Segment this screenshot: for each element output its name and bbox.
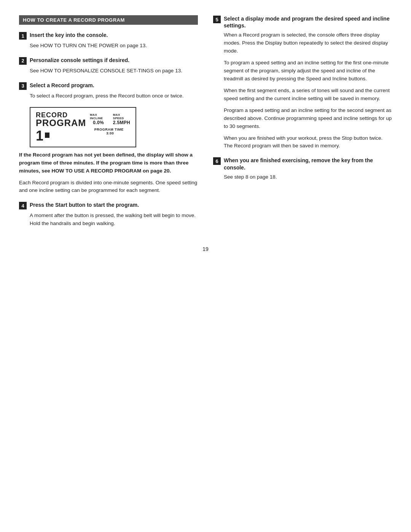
step-3-block: 3 Select a Record program. To select a R… (19, 82, 198, 100)
step-5-para-5: When you are finished with your workout,… (224, 134, 392, 150)
step-2-body: See HOW TO PERSONALIZE CONSOLE SET-TINGS… (30, 67, 198, 75)
step-3-number: 3 (19, 82, 27, 90)
step-5-body: When a Record program is selected, the c… (224, 31, 392, 150)
record-display-box: RECORD PROGRAM 1 MAX INCLINE 0.0% (30, 107, 136, 147)
step-6-block: 6 When you are finished exercising, remo… (213, 157, 392, 181)
step-2-para-1: See HOW TO PERSONALIZE CONSOLE SET-TINGS… (30, 67, 198, 75)
step-6-heading: 6 When you are finished exercising, remo… (213, 157, 392, 171)
program-time-label: PROGRAM TIME (94, 128, 124, 131)
step-5-heading: 5 Select a display mode and program the … (213, 15, 392, 29)
program-time-value: 3:00 (106, 131, 114, 135)
step-3-body: To select a Record program, press the Re… (30, 92, 198, 100)
step-2-block: 2 Personalize console settings if desire… (19, 57, 198, 75)
program-word: PROGRAM (36, 118, 86, 128)
segments-paragraph: Each Record program is divided into one-… (19, 179, 198, 195)
step-2-number: 2 (19, 57, 27, 65)
step-5-para-4: Program a speed setting and an incline s… (224, 107, 392, 131)
step-6-para-1: See step 8 on page 18. (224, 173, 392, 181)
max-speed-value: 2.5MPH (113, 120, 130, 125)
step-1-heading: 1 Insert the key into the console. (19, 32, 198, 40)
step-6-number: 6 (213, 157, 221, 165)
step-5-block: 5 Select a display mode and program the … (213, 15, 392, 150)
max-incline-col: MAX INCLINE 0.0% (90, 113, 107, 125)
program-time-row: PROGRAM TIME 3:00 (90, 128, 130, 135)
step-3-para-1: To select a Record program, press the Re… (30, 92, 198, 100)
record-left-block: RECORD PROGRAM 1 (36, 112, 86, 143)
step-1-body: See HOW TO TURN ON THE POWER on page 13. (30, 42, 198, 50)
step-1-title: Insert the key into the console. (30, 32, 108, 38)
record-stats-row: MAX INCLINE 0.0% MAX SPEED 2.5MPH (90, 113, 130, 125)
step-5-para-3: When the first segment ends, a series of… (224, 87, 392, 103)
step-6-body: See step 8 on page 18. (224, 173, 392, 181)
max-incline-label: MAX INCLINE (90, 113, 107, 120)
step-4-block: 4 Press the Start button to start the pr… (19, 201, 198, 228)
step-4-title: Press the Start button to start the prog… (30, 201, 139, 208)
step-2-heading: 2 Personalize console settings if desire… (19, 57, 198, 65)
step-1-para-1: See HOW TO TURN ON THE POWER on page 13. (30, 42, 198, 50)
step-1-block: 1 Insert the key into the console. See H… (19, 32, 198, 50)
step-4-para-1: A moment after the button is pressed, th… (30, 212, 198, 228)
step-3-title: Select a Record program. (30, 82, 94, 89)
section-header: HOW TO CREATE A RECORD PROGRAM (19, 15, 198, 25)
step-1-number: 1 (19, 32, 27, 40)
step-4-heading: 4 Press the Start button to start the pr… (19, 201, 198, 209)
page-layout: HOW TO CREATE A RECORD PROGRAM 1 Insert … (19, 15, 392, 235)
step-6-title: When you are finished exercising, remove… (224, 157, 392, 171)
step-5-number: 5 (213, 16, 221, 23)
max-incline-value: 0.0% (93, 120, 104, 125)
max-speed-col: MAX SPEED 2.5MPH (113, 113, 130, 125)
record-number: 1 (36, 129, 43, 143)
record-label-block: RECORD PROGRAM (36, 112, 86, 128)
step-2-title: Personalize console settings if desired. (30, 57, 129, 64)
step-4-body: A moment after the button is pressed, th… (30, 212, 198, 228)
step-5-para-1: When a Record program is selected, the c… (224, 31, 392, 55)
step-5-para-2: To program a speed setting and an inclin… (224, 59, 392, 83)
record-not-defined-paragraph: If the Record program has not yet been d… (19, 151, 198, 175)
step-3-heading: 3 Select a Record program. (19, 82, 198, 90)
step-5-title: Select a display mode and program the de… (224, 15, 392, 29)
record-cursor-icon (45, 133, 49, 138)
right-column: 5 Select a display mode and program the … (213, 15, 392, 235)
max-speed-label: MAX SPEED (113, 113, 130, 120)
segments-text: Each Record program is divided into one-… (19, 179, 198, 195)
record-display-inner: RECORD PROGRAM 1 MAX INCLINE 0.0% (36, 112, 130, 143)
step-4-number: 4 (19, 202, 27, 209)
left-column: HOW TO CREATE A RECORD PROGRAM 1 Insert … (19, 15, 198, 235)
record-right-block: MAX INCLINE 0.0% MAX SPEED 2.5MPH PROGRA… (90, 113, 130, 135)
page-number: 19 (19, 246, 392, 252)
